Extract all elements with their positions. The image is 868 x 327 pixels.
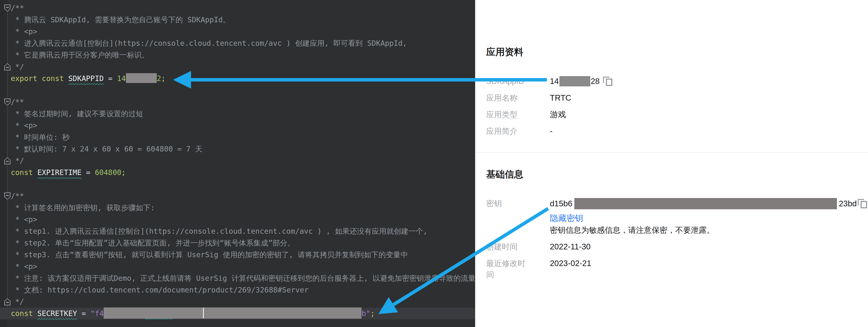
code-line[interactable]: /** [11,96,475,108]
app-desc-value: - [550,126,867,137]
code-line[interactable]: * <p> [11,26,475,37]
code-line[interactable]: const EXPIRETIME = 604800; [11,167,475,178]
code-line[interactable]: * 默认时间: 7 x 24 x 60 x 60 = 604800 = 7 天 [11,143,475,155]
sdkappid-value: 14 28 [550,76,867,87]
code-line[interactable]: * 注意: 该方案仅适用于调试Demo, 正式上线前请将 UserSig 计算代… [11,272,475,284]
row-app-type: 应用类型 游戏 [486,106,867,123]
code-line[interactable]: /** [11,190,475,202]
code-line[interactable]: * 进入腾讯云云通信[控制台](https://console.cloud.te… [11,37,475,49]
sdkappid-redaction [559,76,590,87]
secret-redaction [574,198,837,209]
app-type-value: 游戏 [550,109,867,120]
section-divider [475,152,868,153]
code-line[interactable] [11,85,475,96]
create-time-value: 2022-11-30 [550,241,867,252]
code-line[interactable]: */ [11,296,475,308]
section-title-basic-info: 基础信息 [486,168,523,180]
row-app-desc: 应用简介 - [486,123,867,139]
code-line[interactable]: * <p> [11,261,475,272]
row-create-time: 创建时间 2022-11-30 [486,238,867,255]
code-area[interactable]: /** * 腾讯云 SDKAppId, 需要替换为您自己账号下的 SDKAppI… [11,2,475,319]
code-line[interactable]: * step2. 单击“应用配置”进入基础配置页面, 并进一步找到“账号体系集成… [11,237,475,249]
code-editor[interactable]: /** * 腾讯云 SDKAppId, 需要替换为您自己账号下的 SDKAppI… [0,0,475,327]
hide-secret-link[interactable]: 隐藏密钥 [550,212,867,224]
code-line[interactable]: * <p> [11,120,475,131]
section-title-app-info: 应用资料 [486,46,523,58]
sdkappid-suffix: 28 [591,76,600,87]
code-line[interactable]: * 它是腾讯云用于区分客户的唯一标识。 [11,49,475,61]
code-line[interactable]: */ [11,155,475,167]
sdkappid-prefix: 14 [550,76,559,87]
secret-key-label: 密钥 [486,198,528,209]
code-line[interactable]: * 腾讯云 SDKAppId, 需要替换为您自己账号下的 SDKAppId。 [11,14,475,26]
row-app-name: 应用名称 TRTC [486,90,867,106]
secret-prefix: d15b6 [550,198,572,209]
text-caret [203,308,204,319]
app-desc-label: 应用简介 [486,126,528,137]
app-type-label: 应用类型 [486,109,528,120]
copy-icon[interactable] [603,76,612,86]
redacted-value [103,307,362,319]
code-line[interactable]: * 签名过期时间, 建议不要设置的过短 [11,108,475,120]
row-modify-time: 最近修改时间 2023-02-21 [486,255,867,280]
app-name-value: TRTC [550,92,867,103]
modify-time-value: 2023-02-21 [550,258,867,269]
secret-key-block: 密钥 d15b6 23bd 隐藏密钥 密钥信息为敏感信息，请注意保密，不要泄露。 [486,198,867,236]
code-line[interactable]: * <p> [11,214,475,225]
secret-sensitive-notice: 密钥信息为敏感信息，请注意保密，不要泄露。 [550,224,867,236]
current-line-highlight [0,308,11,319]
create-time-label: 创建时间 [486,241,528,252]
secret-suffix: 23bd [839,198,857,209]
spellcheck-squiggle [145,319,172,319]
code-line[interactable]: */ [11,61,475,73]
code-line[interactable]: const SECRETKEY = "f4b"; [11,308,475,319]
code-line[interactable]: * 计算签名用的加密密钥, 获取步骤如下: [11,202,475,214]
code-line[interactable]: * 时间单位: 秒 [11,131,475,143]
row-sdkappid: SDKAppID 14 28 [486,73,867,90]
console-panel: 应用资料 SDKAppID 14 28 应用名称 TRTC 应用类型 游戏 [475,0,868,327]
redacted-value [126,73,157,83]
modify-time-label: 最近修改时间 [486,258,528,280]
code-line[interactable] [11,178,475,190]
code-line[interactable]: * step1. 进入腾讯云云通信[控制台](https://console.c… [11,225,475,237]
app-name-label: 应用名称 [486,92,528,103]
sdkappid-label: SDKAppID [486,76,528,87]
copy-icon[interactable] [858,199,867,208]
code-line[interactable]: * step3. 点击“查看密钥”按钮, 就可以看到计算 UserSig 使用的… [11,249,475,261]
code-line[interactable]: * 文档: https://cloud.tencent.com/document… [11,284,475,296]
secret-key-value: d15b6 23bd [550,198,867,209]
code-line[interactable]: /** [11,2,475,14]
screen: /** * 腾讯云 SDKAppId, 需要替换为您自己账号下的 SDKAppI… [0,0,868,327]
code-line[interactable]: export const SDKAPPID = 142; [11,73,475,85]
